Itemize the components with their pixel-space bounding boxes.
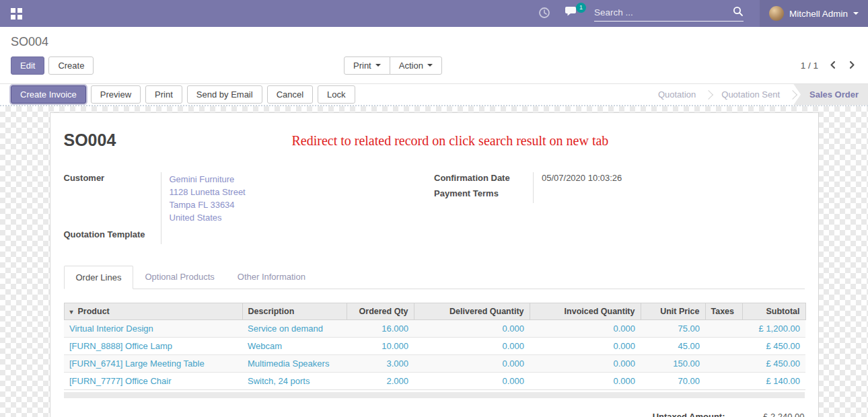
cell[interactable]: 0.000 (414, 338, 530, 355)
table-row[interactable]: [FURN_8888] Office LampWebcam10.0000.000… (64, 338, 805, 355)
form-sheet: SO004 Redirect to related record on clic… (50, 112, 819, 417)
cell[interactable]: 10.000 (347, 338, 414, 355)
record-title: SO004 (64, 130, 116, 150)
cell[interactable]: 0.000 (414, 320, 530, 338)
column-header[interactable]: Description (242, 303, 347, 320)
cell[interactable]: £ 140.00 (742, 373, 805, 390)
cell[interactable]: 3.000 (347, 355, 414, 373)
cell[interactable] (705, 320, 742, 338)
cell[interactable] (705, 338, 742, 355)
table-row[interactable]: Virtual Interior DesignService on demand… (64, 320, 805, 338)
field-group-left: Customer Gemini Furniture 1128 Lunetta S… (64, 172, 435, 244)
cell[interactable] (705, 355, 742, 373)
cell[interactable]: 0.000 (530, 373, 641, 390)
cell[interactable]: £ 450.00 (742, 338, 805, 355)
send-by-email-button[interactable]: Send by Email (187, 85, 262, 104)
cell[interactable]: 16.000 (347, 320, 414, 338)
magnifier-icon[interactable] (733, 6, 744, 19)
create-invoice-button[interactable]: Create Invoice (11, 85, 86, 104)
chat-bubble-icon[interactable]: 1 (565, 7, 579, 20)
cell[interactable]: Switch, 24 ports (242, 373, 347, 390)
form-view-background: SO004 Redirect to related record on clic… (0, 106, 868, 417)
clock-icon[interactable] (538, 7, 550, 21)
caret-down-icon (427, 64, 433, 69)
apps-grid-icon[interactable] (11, 8, 22, 20)
cell[interactable]: 0.000 (414, 355, 530, 373)
lock-button[interactable]: Lock (318, 85, 355, 104)
action-dropdown[interactable]: Action (390, 56, 442, 75)
pager: 1 / 1 (801, 61, 857, 71)
cell[interactable]: 70.00 (641, 373, 705, 390)
cell[interactable]: 2.000 (347, 373, 414, 390)
table-row[interactable]: [FURN_7777] Office ChairSwitch, 24 ports… (64, 373, 805, 390)
column-header[interactable]: Ordered Qty (347, 303, 414, 320)
pager-previous-button[interactable] (828, 61, 838, 71)
preview-button[interactable]: Preview (91, 85, 141, 104)
caret-down-icon[interactable]: ▾ (70, 308, 73, 315)
status-step-quotation-sent[interactable]: Quotation Sent (709, 84, 792, 106)
sheet-header: SO004 Redirect to related record on clic… (64, 130, 805, 150)
cancel-button[interactable]: Cancel (267, 85, 313, 104)
cell[interactable]: [FURN_6741] Large Meeting Table (64, 355, 242, 373)
table-row[interactable]: [FURN_6741] Large Meeting TableMultimedi… (64, 355, 805, 373)
status-step-sales-order[interactable]: Sales Order (793, 84, 868, 106)
cell[interactable]: 0.000 (530, 355, 641, 373)
user-menu[interactable]: Mitchell Admin (760, 0, 868, 27)
customer-country: United States (170, 211, 246, 224)
status-pipeline: Quotation Quotation Sent Sales Order (646, 84, 868, 106)
print-action-group: Print Action (344, 56, 442, 75)
column-header[interactable]: ▾Product (64, 303, 242, 320)
tab-order-lines[interactable]: Order Lines (64, 266, 134, 289)
tab-other-information[interactable]: Other Information (226, 266, 317, 289)
table-footer-strip (64, 392, 805, 398)
payment-terms-value[interactable] (534, 188, 542, 203)
cell[interactable]: Multimedia Speakers (242, 355, 347, 373)
user-name: Mitchell Admin (789, 9, 848, 19)
top-navbar: 1 Mitchell Admin (0, 0, 868, 27)
field-confirmation-date: Confirmation Date 05/07/2020 10:03:26 (434, 172, 805, 188)
customer-name-link[interactable]: Gemini Furniture (170, 173, 246, 186)
cell[interactable]: £ 1,200.00 (742, 320, 805, 338)
status-step-quotation[interactable]: Quotation (646, 84, 708, 106)
pager-counter: 1 / 1 (801, 61, 818, 71)
field-quotation-template: Quotation Template (64, 229, 435, 244)
column-header[interactable]: Delivered Quantity (414, 303, 530, 320)
cell[interactable] (705, 373, 742, 390)
column-header[interactable]: Taxes (705, 303, 742, 320)
quotation-template-value[interactable] (161, 229, 170, 244)
cell[interactable]: Service on demand (242, 320, 347, 338)
cell[interactable]: [FURN_8888] Office Lamp (64, 338, 242, 355)
pager-next-button[interactable] (847, 61, 857, 71)
cell[interactable]: 45.00 (641, 338, 705, 355)
cell[interactable]: Webcam (242, 338, 347, 355)
customer-value[interactable]: Gemini Furniture 1128 Lunetta Street Tam… (161, 172, 246, 229)
control-panel: SO004 Edit Create Print Action 1 / 1 (0, 27, 868, 75)
payment-terms-label: Payment Terms (434, 188, 534, 203)
print-button[interactable]: Print (145, 85, 182, 104)
cell[interactable]: 0.000 (530, 320, 641, 338)
cell[interactable]: [FURN_7777] Office Chair (64, 373, 242, 390)
order-lines-table: ▾ProductDescriptionOrdered QtyDelivered … (64, 303, 806, 390)
cell[interactable]: £ 450.00 (742, 355, 805, 373)
column-header[interactable]: Invoiced Quantity (530, 303, 641, 320)
order-lines-header-row: ▾ProductDescriptionOrdered QtyDelivered … (64, 303, 805, 320)
chevron-down-icon (853, 12, 859, 17)
column-header[interactable]: Unit Price (641, 303, 705, 320)
column-header[interactable]: Subtotal (742, 303, 805, 320)
statusbar-buttons: Create Invoice Preview Print Send by Ema… (0, 85, 355, 104)
customer-street: 1128 Lunetta Street (170, 186, 246, 198)
messages-count-badge: 1 (576, 3, 586, 13)
cell[interactable]: 0.000 (530, 338, 641, 355)
field-groups: Customer Gemini Furniture 1128 Lunetta S… (64, 172, 805, 244)
cell[interactable]: Virtual Interior Design (64, 320, 242, 338)
field-payment-terms: Payment Terms (434, 188, 805, 203)
cell[interactable]: 75.00 (641, 320, 705, 338)
create-button[interactable]: Create (48, 56, 94, 75)
cell[interactable]: 0.000 (414, 373, 530, 390)
edit-button[interactable]: Edit (11, 56, 44, 75)
breadcrumb[interactable]: SO004 (11, 35, 857, 49)
print-dropdown[interactable]: Print (344, 56, 390, 75)
tab-optional-products[interactable]: Optional Products (133, 266, 225, 289)
search-input[interactable] (594, 7, 733, 17)
cell[interactable]: 150.00 (641, 355, 705, 373)
